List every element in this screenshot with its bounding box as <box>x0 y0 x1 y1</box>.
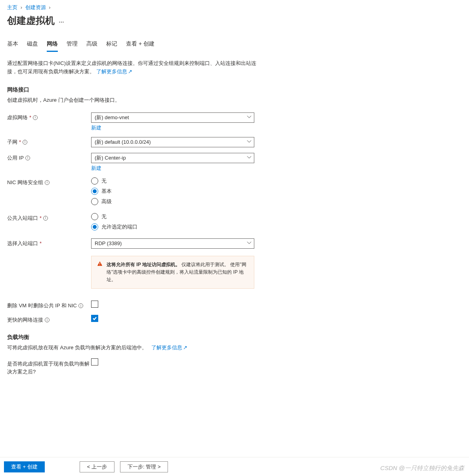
vnet-select[interactable]: (新) demo-vnet <box>91 112 254 123</box>
tab-advanced[interactable]: 高级 <box>86 40 97 52</box>
warning-icon <box>97 261 103 284</box>
lb-section-desc-text: 可将此虚拟机放在现有 Azure 负载均衡解决方案的后端池中。 <box>7 345 147 350</box>
breadcrumb: 主页 › 创建资源 › <box>7 4 462 11</box>
inbound-radio-allow-label: 允许选定的端口 <box>101 223 137 230</box>
info-icon[interactable]: i <box>45 180 50 185</box>
tab-network[interactable]: 网络 <box>47 40 58 52</box>
lb-learn-more-label: 了解更多信息 <box>151 345 182 350</box>
tab-review[interactable]: 查看 + 创建 <box>126 40 154 52</box>
nsg-radio-advanced[interactable]: 高级 <box>91 198 254 205</box>
inbound-label-text: 公共入站端口 <box>7 215 38 222</box>
vnet-value: (新) demo-vnet <box>95 114 129 121</box>
info-icon[interactable]: i <box>25 156 30 160</box>
subnet-label-text: 子网 <box>7 139 17 146</box>
warning-bold: 这将允许所有 IP 地址访问虚拟机。 <box>107 262 180 267</box>
vnet-label: 虚拟网络 * i <box>7 112 91 121</box>
publicip-label: 公用 IP i <box>7 153 91 162</box>
learn-more-label: 了解更多信息 <box>96 69 127 74</box>
tab-basic[interactable]: 基本 <box>7 40 18 52</box>
svg-rect-0 <box>99 263 100 264</box>
nsg-label: NIC 网络安全组 i <box>7 177 91 186</box>
inbound-radio-allow[interactable]: 允许选定的端口 <box>91 223 254 230</box>
review-create-button[interactable]: 查看 + 创建 <box>4 461 45 472</box>
nsg-radio-basic[interactable]: 基本 <box>91 188 254 195</box>
chevron-down-icon <box>247 114 252 120</box>
previous-button[interactable]: < 上一步 <box>80 461 114 472</box>
warning-text: 这将允许所有 IP 地址访问虚拟机。 仅建议将此用于测试。 使用"网络"选项卡中… <box>107 261 248 284</box>
required-mark: * <box>40 240 42 246</box>
warning-box: 这将允许所有 IP 地址访问虚拟机。 仅建议将此用于测试。 使用"网络"选项卡中… <box>91 256 254 289</box>
footer: 查看 + 创建 < 上一步 下一步: 管理 > <box>0 457 469 476</box>
delete-ip-nic-label-text: 删除 VM 时删除公共 IP 和 NIC <box>7 302 77 309</box>
select-port-label: 选择入站端口 * <box>7 238 91 247</box>
info-icon[interactable]: i <box>23 140 27 145</box>
page-title: 创建虚拟机 … <box>7 14 462 27</box>
external-link-icon: ↗ <box>128 69 132 74</box>
next-button[interactable]: 下一步: 管理 > <box>120 461 168 472</box>
info-icon[interactable]: i <box>43 216 48 221</box>
subnet-select[interactable]: (新) default (10.0.0.0/24) <box>91 137 254 147</box>
subnet-label: 子网 * i <box>7 137 91 146</box>
lb-section-desc: 可将此虚拟机放在现有 Azure 负载均衡解决方案的后端池中。 了解更多信息↗ <box>7 344 462 351</box>
nsg-radio-none-label: 无 <box>101 177 107 185</box>
vnet-label-text: 虚拟网络 <box>7 114 28 121</box>
chevron-right-icon: › <box>21 4 22 10</box>
tab-disk[interactable]: 磁盘 <box>27 40 38 52</box>
info-icon[interactable]: i <box>45 318 50 322</box>
required-mark: * <box>29 114 31 120</box>
tabs: 基本 磁盘 网络 管理 高级 标记 查看 + 创建 <box>7 40 462 52</box>
accel-net-label: 更快的网络连接 i <box>7 315 91 324</box>
lb-field-label: 是否将此虚拟机置于现有负载均衡解决方案之后? <box>7 358 91 375</box>
subnet-value: (新) default (10.0.0.0/24) <box>95 139 151 146</box>
inbound-radio-none-label: 无 <box>101 213 107 220</box>
nsg-label-text: NIC 网络安全组 <box>7 179 43 186</box>
accel-net-checkbox[interactable] <box>91 315 98 322</box>
page-title-text: 创建虚拟机 <box>7 14 55 27</box>
chevron-down-icon <box>247 155 252 161</box>
breadcrumb-create-resource[interactable]: 创建资源 <box>25 4 46 10</box>
lb-field-label-text: 是否将此虚拟机置于现有负载均衡解决方案之后? <box>7 360 91 375</box>
learn-more-link[interactable]: 了解更多信息↗ <box>96 69 132 74</box>
chevron-down-icon <box>247 139 252 145</box>
tab-tags[interactable]: 标记 <box>106 40 117 52</box>
lb-section-title: 负载均衡 <box>7 334 462 341</box>
tab-manage[interactable]: 管理 <box>67 40 78 52</box>
inbound-label: 公共入站端口 * i <box>7 213 91 222</box>
svg-rect-1 <box>99 265 100 265</box>
breadcrumb-home[interactable]: 主页 <box>7 4 17 10</box>
publicip-value: (新) Center-ip <box>95 154 126 162</box>
info-icon[interactable]: i <box>33 115 38 120</box>
section-nic-desc: 创建虚拟机时，Azure 门户会创建一个网络接口。 <box>7 97 462 104</box>
delete-ip-nic-label: 删除 VM 时删除公共 IP 和 NIC i <box>7 301 91 309</box>
inbound-radio-group: 无 允许选定的端口 <box>91 213 254 230</box>
accel-net-label-text: 更快的网络连接 <box>7 316 43 324</box>
nsg-radio-group: 无 基本 高级 <box>91 177 254 205</box>
vnet-new-link[interactable]: 新建 <box>91 124 101 131</box>
publicip-label-text: 公用 IP <box>7 154 24 162</box>
select-port-select[interactable]: RDP (3389) <box>91 238 254 249</box>
delete-ip-nic-checkbox[interactable] <box>91 301 98 308</box>
chevron-right-icon: › <box>49 4 50 10</box>
nsg-radio-basic-label: 基本 <box>101 188 112 195</box>
inbound-radio-none[interactable]: 无 <box>91 213 254 220</box>
nsg-radio-advanced-label: 高级 <box>101 198 112 205</box>
chevron-down-icon <box>247 240 252 246</box>
section-nic-title: 网络接口 <box>7 86 462 93</box>
intro-text: 通过配置网络接口卡(NIC)设置来定义虚拟机的网络连接。你可通过安全组规则来控制… <box>7 59 265 76</box>
more-icon[interactable]: … <box>59 17 65 24</box>
lb-checkbox[interactable] <box>91 358 98 366</box>
publicip-new-link[interactable]: 新建 <box>91 165 101 172</box>
select-port-label-text: 选择入站端口 <box>7 240 38 247</box>
select-port-value: RDP (3389) <box>95 240 122 246</box>
nsg-radio-none[interactable]: 无 <box>91 177 254 185</box>
info-icon[interactable]: i <box>78 303 83 308</box>
required-mark: * <box>40 215 42 221</box>
external-link-icon: ↗ <box>183 345 187 350</box>
lb-learn-more-link[interactable]: 了解更多信息↗ <box>151 345 187 350</box>
required-mark: * <box>19 139 21 145</box>
publicip-select[interactable]: (新) Center-ip <box>91 153 254 163</box>
